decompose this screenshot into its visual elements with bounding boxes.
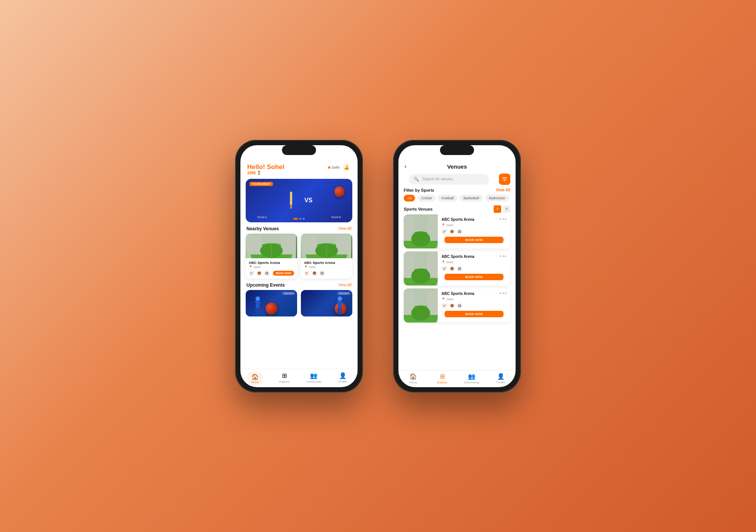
football-icon-2: ⚽ bbox=[319, 270, 325, 276]
chip-badminton[interactable]: Badminton bbox=[485, 195, 509, 202]
venue-card-1[interactable]: ABC Sports Arena 📍 Delhi 🏏 🏀 ⚽ bbox=[246, 234, 297, 279]
search-row: 🔍 Search for venues bbox=[404, 174, 510, 185]
chip-basketball[interactable]: Basketball bbox=[460, 195, 483, 202]
nav-home[interactable]: 🏠 Home bbox=[240, 372, 270, 385]
venue-card-1-img bbox=[246, 234, 297, 258]
chips-row: All Cricket Football Basketball Badminto… bbox=[404, 195, 510, 202]
venue-list-info-2: ABC Sports Arena ★ 4.4 📍 Delhi bbox=[438, 251, 510, 285]
dot-1 bbox=[293, 218, 298, 220]
tournament-banner[interactable]: TOURNAMENT VS TEAM A TEAM B bbox=[246, 179, 352, 222]
phone-2-screen: ‹ Venues 🔍 Search for venues bbox=[398, 145, 516, 387]
venue-card-2-img bbox=[301, 234, 352, 258]
event-card-2[interactable]: CRICKET bbox=[301, 290, 352, 316]
venue-list-item-3[interactable]: ABC Sports Arena ★ 4.4 📍 Delhi bbox=[404, 288, 510, 323]
nav-community[interactable]: 👥 Community bbox=[299, 372, 328, 385]
venue-list-sports-2: 🏏 🏀 ⚽ bbox=[442, 266, 507, 272]
sport-icons-1: 🏏 🏀 ⚽ bbox=[249, 270, 270, 276]
filter-title: Filter by Sports bbox=[404, 188, 434, 192]
search-input[interactable]: Search for venues bbox=[422, 177, 485, 181]
bell-button[interactable]: 🔔 bbox=[342, 163, 351, 172]
home-label: Home bbox=[251, 380, 259, 384]
events-view-all[interactable]: View All bbox=[338, 283, 352, 287]
chip-football[interactable]: Football bbox=[438, 195, 457, 202]
venue-list-img-2 bbox=[404, 251, 438, 285]
filter-view-all[interactable]: View All bbox=[496, 188, 510, 192]
pin-list-3: 📍 bbox=[442, 298, 445, 301]
nearby-view-all[interactable]: View All bbox=[338, 226, 352, 231]
venue-list-info-3: ABC Sports Arena ★ 4.4 📍 Delhi bbox=[438, 288, 510, 323]
event-card-1[interactable]: CRICKET bbox=[246, 290, 297, 316]
svg-point-20 bbox=[338, 296, 342, 301]
phone-2-content: ‹ Venues 🔍 Search for venues bbox=[398, 145, 516, 387]
location-badge: Delhi bbox=[328, 166, 339, 169]
venue-card-1-info: ABC Sports Arena 📍 Delhi 🏏 🏀 ⚽ bbox=[246, 258, 297, 279]
book-btn-1[interactable]: BOOK NOW bbox=[273, 271, 294, 276]
team-b-label: TEAM B bbox=[331, 216, 341, 219]
venue-2-sports: 🏏 🏀 ⚽ bbox=[304, 270, 349, 276]
venue-list-name-3: ABC Sports Arena bbox=[442, 292, 474, 296]
nav2-explore-label: Explore bbox=[437, 381, 448, 384]
list-view-icon[interactable]: ≡ bbox=[494, 205, 501, 213]
book-now-btn-3[interactable]: BOOK NOW bbox=[445, 311, 503, 317]
filter-section: Filter by Sports View All All Cricket Fo… bbox=[398, 185, 516, 203]
book-now-btn-1[interactable]: BOOK NOW bbox=[445, 237, 503, 243]
sport-bball-2: 🏀 bbox=[449, 266, 455, 272]
dynamic-island-2 bbox=[440, 145, 474, 155]
view-icons: ≡ ⊞ bbox=[494, 205, 510, 213]
venue-list-item-1[interactable]: ABC Sports Arena ★ 4.4 📍 Delhi bbox=[404, 214, 510, 248]
grid-view-icon[interactable]: ⊞ bbox=[503, 205, 510, 213]
cricket-tag-1: CRICKET bbox=[282, 292, 295, 295]
svg-point-14 bbox=[256, 296, 260, 301]
back-button[interactable]: ‹ bbox=[404, 163, 406, 170]
search-bar[interactable]: 🔍 Search for venues bbox=[409, 174, 489, 185]
svg-rect-28 bbox=[503, 180, 506, 181]
nav2-community-icon: 👥 bbox=[468, 373, 476, 380]
pin-icon-2: 📍 bbox=[304, 265, 308, 269]
nav2-community[interactable]: 👥 Community bbox=[457, 373, 486, 384]
nav-explore[interactable]: ⊞ Explore bbox=[270, 372, 299, 385]
venue-rating-1: ★ 4.4 bbox=[499, 217, 507, 221]
venue-list-top-3: ABC Sports Arena ★ 4.4 bbox=[442, 292, 507, 296]
phone2-bottom-nav: 🏠 Home ⊞ Explore 👥 Community 👤 Profile bbox=[398, 370, 516, 387]
star-icon-1: ★ bbox=[499, 217, 502, 221]
event-card-2-inner: CRICKET bbox=[301, 290, 352, 316]
nav2-home[interactable]: 🏠 Home bbox=[398, 373, 428, 384]
nearby-venues-row: ABC Sports Arena 📍 Delhi 🏏 🏀 ⚽ bbox=[240, 234, 358, 279]
nav2-community-label: Community bbox=[464, 381, 479, 384]
greeting-block: Hello! Sohel 1098 🏅 bbox=[247, 163, 284, 175]
chip-all[interactable]: All bbox=[404, 195, 415, 202]
nav2-profile-label: Profile bbox=[497, 381, 505, 384]
venue-list-item-2[interactable]: ABC Sports Arena ★ 4.4 📍 Delhi bbox=[404, 251, 510, 285]
phone-1-screen: Hello! Sohel 1098 🏅 Delhi 🔔 bbox=[240, 145, 358, 387]
nearby-title: Nearby Venues bbox=[246, 226, 279, 231]
venue-rating-2: ★ 4.4 bbox=[499, 254, 507, 258]
stadium-img-1 bbox=[246, 234, 297, 258]
player-1-icon bbox=[251, 296, 265, 316]
sport-foot-1: ⚽ bbox=[457, 229, 463, 235]
cricket-icon-2: 🏏 bbox=[304, 270, 310, 276]
event-ball-1 bbox=[265, 302, 277, 315]
nav-profile[interactable]: 👤 Profile bbox=[328, 372, 358, 385]
svg-rect-25 bbox=[340, 308, 342, 315]
svg-rect-1 bbox=[290, 205, 292, 209]
nav2-explore-icon: ⊞ bbox=[440, 373, 445, 380]
sports-venues-section: Sports Venues ≡ ⊞ bbox=[398, 203, 516, 214]
cricket-icon: 🏏 bbox=[249, 270, 255, 276]
football-icon: ⚽ bbox=[264, 270, 270, 276]
venue-card-2[interactable]: ABC Sports Arena 📍 Delhi 🏏 🏀 ⚽ bbox=[301, 234, 352, 279]
svg-rect-19 bbox=[258, 308, 260, 315]
chip-cricket[interactable]: Cricket bbox=[417, 195, 435, 202]
vs-text: VS bbox=[304, 197, 312, 204]
banner-dots bbox=[293, 218, 305, 220]
svg-rect-4 bbox=[247, 236, 262, 254]
nav2-explore[interactable]: ⊞ Explore bbox=[428, 373, 457, 384]
filter-button[interactable] bbox=[499, 174, 510, 185]
book-now-btn-2[interactable]: BOOK NOW bbox=[445, 274, 503, 280]
venue-list-loc-1: 📍 Delhi bbox=[442, 223, 507, 227]
svg-rect-10 bbox=[302, 236, 317, 254]
explore-icon: ⊞ bbox=[282, 372, 287, 379]
venue-list-img-3 bbox=[404, 288, 438, 323]
venue-2-location: 📍 Delhi bbox=[304, 265, 349, 269]
nav2-profile[interactable]: 👤 Profile bbox=[486, 373, 516, 384]
events-title: Upcoming Events bbox=[246, 282, 285, 288]
